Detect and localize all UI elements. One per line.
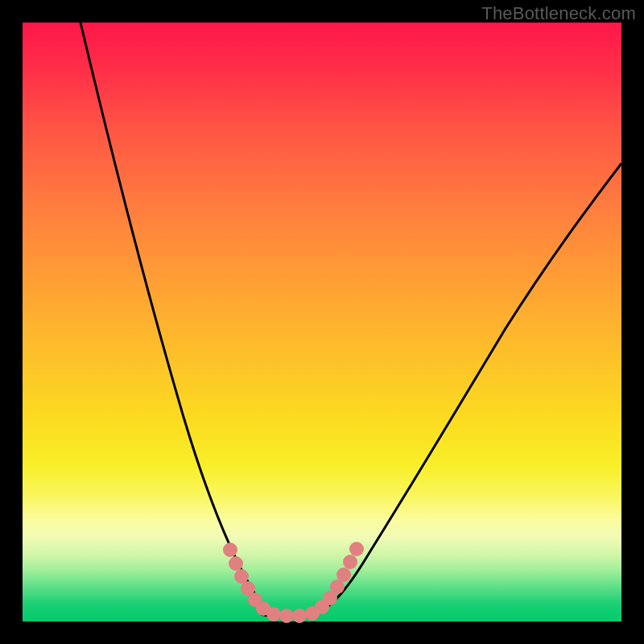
marker-dot — [266, 607, 281, 621]
marker-dot — [336, 568, 351, 582]
curve-left — [80, 23, 280, 615]
marker-dot — [343, 555, 357, 569]
chart-plot-area — [23, 23, 621, 621]
marker-dot — [349, 542, 364, 556]
watermark-text: TheBottleneck.com — [481, 3, 636, 24]
marker-dot — [292, 609, 307, 623]
marker-dot — [223, 543, 237, 557]
marker-dot — [279, 609, 294, 623]
marker-dot — [229, 556, 243, 571]
chart-frame: TheBottleneck.com — [0, 0, 644, 644]
curve-layer — [23, 23, 621, 621]
marker-group — [223, 542, 364, 623]
